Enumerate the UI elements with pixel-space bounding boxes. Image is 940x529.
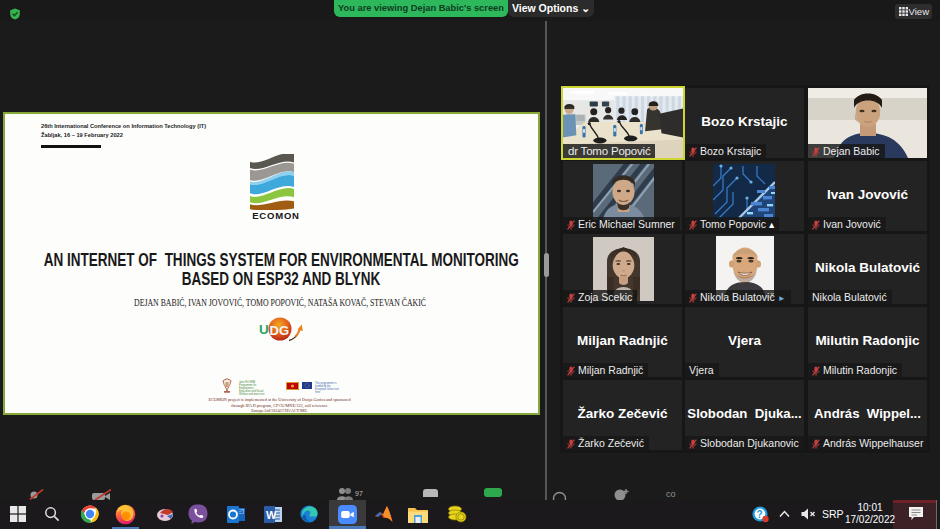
svg-text:?: ?	[757, 509, 763, 520]
svg-text:W: W	[266, 509, 277, 521]
svg-text:DG: DG	[270, 323, 290, 338]
svg-text:97: 97	[355, 490, 363, 497]
svg-text:U: U	[259, 322, 269, 337]
